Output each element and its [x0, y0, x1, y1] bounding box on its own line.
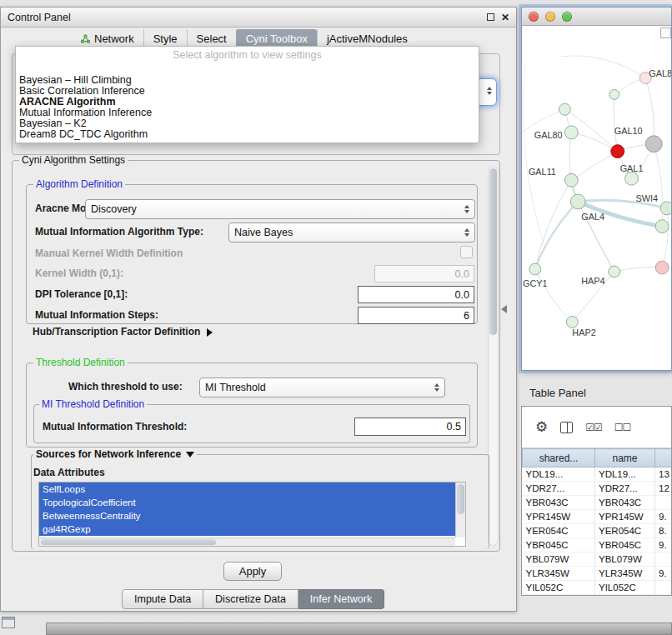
table-cell[interactable]: YPR145W [595, 510, 655, 524]
table-cell[interactable]: YDL19... [523, 468, 595, 482]
tab-label: Style [153, 32, 178, 45]
table-column-header[interactable]: name [595, 449, 655, 468]
dpi-tolerance-input[interactable] [358, 286, 474, 303]
table-cell[interactable]: YPR145W [523, 510, 595, 524]
aracne-mode-combobox[interactable]: Discovery [85, 199, 475, 219]
table-cell[interactable]: YLR345W [523, 567, 595, 581]
manual-kernel-checkbox[interactable] [460, 246, 473, 258]
table-column-header[interactable] [655, 449, 672, 468]
table-cell[interactable]: 13 [655, 468, 672, 482]
table-cell[interactable]: YBR045C [595, 538, 655, 552]
network-node[interactable] [566, 316, 578, 328]
bottom-tab-discretize-data[interactable]: Discretize Data [203, 589, 298, 609]
network-node[interactable] [609, 266, 620, 278]
network-node[interactable] [564, 173, 578, 187]
network-node[interactable] [564, 126, 578, 139]
table-row[interactable]: YDR27...YDR27...12 [523, 482, 672, 496]
kernel-width-input[interactable] [374, 265, 474, 282]
table-cell[interactable]: YDR27... [595, 482, 655, 496]
table-body: YDL19...YDL19...13YDR27...YDR27...12YBR0… [523, 468, 672, 595]
network-graph[interactable]: GAL8GAL80GAL10GAL11GAL1SWI4GAL4GCY1HAP4H… [522, 26, 671, 370]
node-table: shared...name YDL19...YDL19...13YDR27...… [522, 448, 672, 595]
table-cell[interactable] [655, 496, 672, 510]
float-window-icon[interactable] [487, 13, 494, 21]
mi-steps-input[interactable] [358, 307, 474, 324]
mi-threshold-group: MI Threshold Definition Mutual Informati… [33, 404, 470, 443]
table-cell[interactable]: YBL079W [523, 552, 595, 567]
dpi-tolerance-label: DPI Tolerance [0,1]: [35, 288, 128, 301]
mi-threshold-input[interactable] [354, 418, 466, 436]
table-row[interactable]: YPR145WYPR145W9. [523, 510, 672, 524]
close-light-icon[interactable] [529, 12, 539, 22]
table-row[interactable]: YLR345WYLR345W9. [523, 567, 672, 581]
table-cell[interactable] [655, 581, 672, 595]
network-node[interactable] [660, 202, 671, 215]
table-cell[interactable]: YBR043C [595, 496, 655, 510]
data-attribute-item[interactable]: gal4RGexp [39, 522, 455, 536]
settings-scrollbar-thumb[interactable] [489, 168, 497, 335]
tab-label: Select [197, 32, 227, 45]
table-cell[interactable]: 9. [655, 510, 672, 524]
attribute-list-vscroll-thumb[interactable] [457, 484, 464, 514]
table-cell[interactable]: YLR345W [595, 567, 655, 581]
columns-icon[interactable] [560, 422, 573, 433]
sources-title-row[interactable]: Sources for Network Inference [33, 448, 197, 460]
network-node[interactable] [625, 172, 639, 185]
network-node[interactable] [655, 220, 669, 233]
network-node[interactable] [609, 89, 619, 99]
algorithm-option-dream8-dc-tdc-algorithm[interactable]: Dream8 DC_TDC Algorithm [16, 129, 479, 140]
table-cell[interactable]: YBR045C [523, 538, 595, 552]
data-attribute-item[interactable]: SelfLoops [39, 482, 455, 496]
table-cell[interactable]: YBR043C [523, 496, 595, 510]
network-scroll-button[interactable] [660, 28, 671, 38]
data-attribute-item[interactable]: TopologicalCoefficient [39, 496, 455, 509]
table-cell[interactable]: 9. [655, 538, 672, 552]
which-threshold-combobox[interactable]: MI Threshold [199, 378, 445, 398]
table-cell[interactable]: YIL052C [523, 581, 595, 595]
network-window-titlebar[interactable] [522, 8, 671, 26]
table-row[interactable]: YBR045CYBR045C9. [523, 538, 672, 552]
mi-type-combobox[interactable]: Naive Bayes [228, 222, 475, 242]
mini-window-icon[interactable] [2, 617, 15, 628]
table-cell[interactable]: YDL19... [595, 468, 655, 482]
table-row[interactable]: YBR043CYBR043C [523, 496, 672, 510]
attribute-list-hscrollbar[interactable] [39, 538, 455, 546]
zoom-light-icon[interactable] [562, 12, 572, 22]
network-canvas[interactable]: GAL8GAL80GAL10GAL11GAL1SWI4GAL4GCY1HAP4H… [522, 26, 671, 370]
close-panel-icon[interactable]: ✕ [501, 12, 509, 22]
table-row[interactable]: YBL079WYBL079W [523, 552, 672, 567]
attribute-list-hscroll-thumb[interactable] [41, 539, 216, 545]
minimize-light-icon[interactable] [545, 12, 555, 22]
network-node[interactable] [559, 103, 571, 115]
network-node[interactable] [529, 263, 541, 275]
select-all-checkboxes-icon[interactable]: ☑☑ [585, 422, 602, 433]
gear-icon[interactable]: ⚙ [535, 420, 548, 434]
attribute-list-vscrollbar[interactable] [455, 482, 465, 538]
network-node[interactable] [611, 145, 624, 158]
table-cell[interactable]: 12 [655, 482, 672, 496]
bottom-tab-impute-data[interactable]: Impute Data [122, 589, 203, 609]
network-node[interactable] [645, 136, 662, 152]
table-cell[interactable] [655, 552, 672, 567]
hub-definition-toggle[interactable]: Hub/Transcription Factor Definition [33, 326, 213, 338]
table-cell[interactable]: YIL052C [595, 581, 655, 595]
data-attribute-item[interactable]: BetweennessCentrality [39, 509, 455, 522]
panel-collapse-icon[interactable] [501, 305, 507, 313]
bottom-tab-infer-network[interactable]: Infer Network [298, 589, 384, 609]
table-cell[interactable]: YDR27... [523, 482, 595, 496]
data-attributes-list[interactable]: SelfLoopsTopologicalCoefficientBetweenne… [38, 482, 466, 547]
table-cell[interactable]: 8. [655, 524, 672, 538]
table-column-header[interactable]: shared... [523, 449, 595, 468]
table-row[interactable]: YDL19...YDL19...13 [523, 468, 672, 482]
table-cell[interactable]: YBL079W [595, 552, 655, 567]
apply-button[interactable]: Apply [223, 562, 282, 581]
table-cell[interactable]: YER054C [523, 524, 595, 538]
algorithm-definition-title: Algorithm Definition [33, 178, 125, 190]
table-row[interactable]: YIL052CYIL052C [523, 581, 672, 595]
table-row[interactable]: YER054CYER054C8. [523, 524, 672, 538]
clear-all-checkboxes-icon[interactable]: ☐☐ [614, 422, 631, 433]
network-node[interactable] [655, 261, 669, 274]
table-cell[interactable]: 9. [655, 567, 672, 581]
table-cell[interactable]: YER054C [595, 524, 655, 538]
network-node[interactable] [570, 194, 585, 209]
